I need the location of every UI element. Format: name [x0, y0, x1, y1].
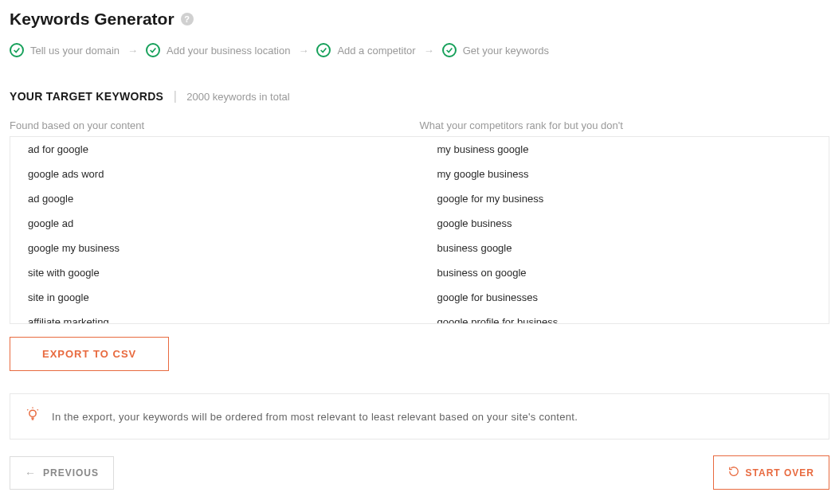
footer-row: ← PREVIOUS START OVER: [10, 455, 829, 490]
keyword-cell: site with google: [10, 260, 420, 285]
check-icon: [442, 43, 457, 57]
restart-icon: [728, 466, 739, 479]
step-keywords: Get your keywords: [442, 43, 549, 57]
step-competitor: Add a competitor: [316, 43, 415, 57]
page-title: Keywords Generator ?: [10, 10, 829, 29]
step-label: Add a competitor: [337, 45, 415, 57]
keyword-cell: ad google: [10, 186, 420, 211]
help-icon[interactable]: ?: [181, 13, 194, 25]
column-label-left: Found based on your content: [10, 119, 420, 131]
keyword-cell: google for my business: [420, 186, 829, 211]
page-title-text: Keywords Generator: [10, 10, 174, 29]
tip-box: In the export, your keywords will be ord…: [10, 393, 829, 440]
keyword-cell: google ads word: [10, 162, 420, 186]
step-domain: Tell us your domain: [10, 43, 120, 57]
arrow-right-icon: →: [298, 45, 308, 57]
previous-button[interactable]: ← PREVIOUS: [10, 456, 114, 490]
arrow-left-icon: ←: [25, 467, 37, 479]
lightbulb-icon: [25, 407, 41, 426]
tip-text: In the export, your keywords will be ord…: [52, 411, 578, 423]
export-csv-button[interactable]: EXPORT TO CSV: [10, 337, 169, 371]
check-icon: [316, 43, 331, 57]
column-labels-row: Found based on your content What your co…: [10, 119, 829, 131]
keyword-cell: business google: [420, 236, 829, 260]
steps-row: Tell us your domain → Add your business …: [10, 43, 829, 57]
start-over-label: START OVER: [746, 467, 814, 479]
keyword-cell: my business google: [420, 137, 829, 162]
step-location: Add your business location: [146, 43, 290, 57]
section-header-row: YOUR TARGET KEYWORDS | 2000 keywords in …: [10, 89, 829, 104]
section-separator: |: [174, 89, 177, 103]
step-label: Get your keywords: [463, 45, 549, 57]
svg-line-4: [27, 409, 28, 410]
arrow-right-icon: →: [127, 45, 138, 57]
keyword-cell: google ad: [10, 211, 420, 236]
keywords-column-left: ad for google google ads word ad google …: [10, 137, 420, 324]
keyword-cell: affiliate marketing: [10, 310, 420, 324]
column-label-right: What your competitors rank for but you d…: [420, 119, 830, 131]
start-over-button[interactable]: START OVER: [713, 455, 829, 490]
keywords-column-right: my business google my google business go…: [420, 137, 829, 324]
keyword-cell: business on google: [420, 260, 829, 285]
check-icon: [10, 43, 24, 57]
section-summary: 2000 keywords in total: [186, 91, 289, 103]
svg-line-5: [37, 409, 38, 410]
step-label: Add your business location: [167, 45, 290, 57]
section-heading: YOUR TARGET KEYWORDS: [10, 90, 163, 103]
keyword-cell: google profile for business: [420, 310, 829, 324]
svg-point-0: [29, 410, 36, 416]
keyword-cell: google business: [420, 211, 829, 236]
keyword-cell: ad for google: [10, 137, 420, 162]
keyword-cell: my google business: [420, 162, 829, 186]
keyword-cell: google my business: [10, 236, 420, 260]
keywords-table[interactable]: ad for google google ads word ad google …: [10, 136, 829, 324]
step-label: Tell us your domain: [30, 45, 120, 57]
keyword-cell: site in google: [10, 285, 420, 310]
check-icon: [146, 43, 160, 57]
arrow-right-icon: →: [424, 45, 434, 57]
previous-label: PREVIOUS: [43, 467, 99, 479]
keyword-cell: google for businesses: [420, 285, 829, 310]
